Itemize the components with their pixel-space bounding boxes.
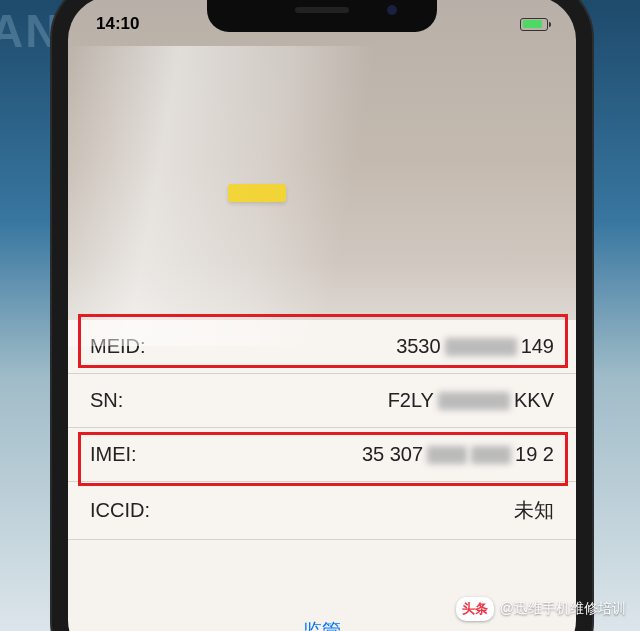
- imei-value: 35 307 19 2: [362, 443, 554, 466]
- status-right: [520, 14, 548, 34]
- redacted: [427, 446, 467, 464]
- notch: [207, 0, 437, 32]
- redacted: [438, 392, 510, 410]
- redacted: [445, 338, 517, 356]
- iccid-label: ICCID:: [90, 499, 150, 522]
- watermark: 头条 @迅维手机维修培训: [456, 597, 626, 621]
- row-sn[interactable]: SN: F2LY KKV: [68, 374, 576, 428]
- iccid-value: 未知: [514, 497, 554, 524]
- watermark-text: @迅维手机维修培训: [500, 600, 626, 618]
- phone-screen: 14:10 MEID: 3530 149 SN: F2L: [68, 0, 576, 631]
- meid-value: 3530 149: [396, 335, 554, 358]
- sn-value: F2LY KKV: [388, 389, 554, 412]
- row-iccid[interactable]: ICCID: 未知: [68, 482, 576, 540]
- phone-frame: 14:10 MEID: 3530 149 SN: F2L: [52, 0, 592, 631]
- info-list: MEID: 3530 149 SN: F2LY KKV IMEI: 35: [68, 320, 576, 540]
- sn-label: SN:: [90, 389, 123, 412]
- yellow-reflection: [228, 184, 286, 202]
- meid-label: MEID:: [90, 335, 146, 358]
- battery-icon: [520, 18, 548, 31]
- watermark-badge: 头条: [456, 597, 494, 621]
- row-imei[interactable]: IMEI: 35 307 19 2: [68, 428, 576, 482]
- status-time: 14:10: [96, 14, 139, 34]
- row-meid[interactable]: MEID: 3530 149: [68, 320, 576, 374]
- redacted: [471, 446, 511, 464]
- imei-label: IMEI:: [90, 443, 137, 466]
- battery-fill: [523, 20, 543, 28]
- screen-glare: [68, 46, 576, 346]
